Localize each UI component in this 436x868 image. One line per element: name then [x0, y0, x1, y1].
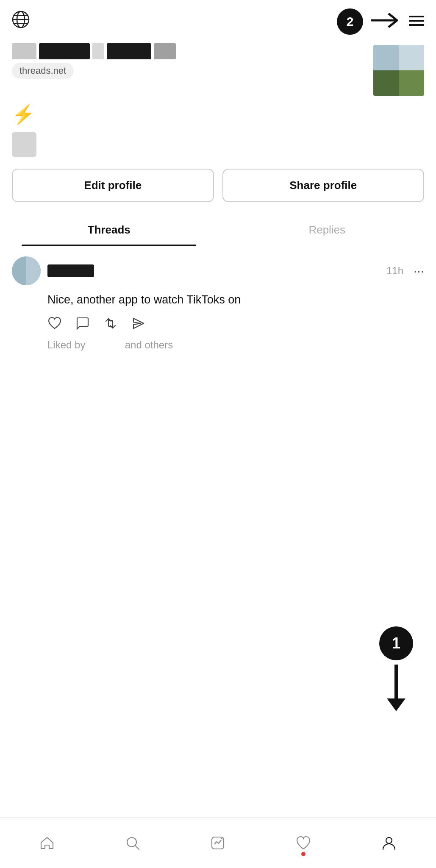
post-avatar — [12, 256, 41, 285]
globe-icon[interactable] — [12, 11, 30, 33]
post-content: Nice, another app to watch TikToks on — [47, 291, 424, 309]
down-arrow-annotation — [387, 665, 405, 711]
username-block-5 — [154, 43, 176, 59]
repost-icon[interactable] — [103, 316, 118, 334]
svg-line-10 — [135, 846, 139, 849]
nav-likes-dot — [301, 852, 305, 856]
profile-header: threads.net — [0, 39, 436, 96]
share-profile-button[interactable]: Share profile — [222, 169, 425, 202]
username-block-2 — [39, 43, 90, 59]
nav-profile[interactable] — [374, 828, 404, 858]
nav-home[interactable] — [32, 828, 62, 858]
edit-profile-button[interactable]: Edit profile — [12, 169, 214, 202]
avatar-q2 — [26, 256, 41, 271]
badge-2: 2 — [337, 8, 363, 35]
tab-threads[interactable]: Threads — [0, 214, 218, 246]
threads-net-badge: threads.net — [12, 63, 74, 79]
like-icon[interactable] — [47, 316, 62, 334]
username-block-4 — [107, 43, 151, 59]
avatar-cell-2 — [399, 45, 424, 70]
post-meta: 11h ··· — [47, 264, 424, 278]
tabs-bar: Threads Replies — [0, 214, 436, 246]
bottom-nav — [0, 817, 436, 868]
profile-avatar — [373, 45, 424, 96]
nav-likes[interactable] — [289, 828, 318, 858]
avatar-cell-3 — [373, 70, 399, 96]
tab-replies[interactable]: Replies — [218, 214, 436, 246]
avatar-q1 — [12, 256, 26, 271]
thread-post: 11h ··· Nice, another app to watch TikTo… — [0, 246, 436, 358]
arrow-right-icon — [371, 10, 401, 33]
avatar-q3 — [12, 271, 26, 285]
post-time: 11h — [386, 265, 403, 277]
nav-activity[interactable] — [203, 828, 233, 858]
username-block-1 — [12, 43, 36, 59]
small-avatar-row — [0, 128, 436, 164]
avatar-cell-1 — [373, 45, 399, 70]
avatar-q4 — [26, 271, 41, 285]
avatar-cell-4 — [399, 70, 424, 96]
username-block-3 — [92, 43, 104, 59]
top-nav-right: 2 — [337, 8, 424, 35]
send-icon[interactable] — [131, 316, 146, 334]
svg-point-12 — [386, 837, 392, 843]
action-buttons: Edit profile Share profile — [0, 164, 436, 214]
down-arrow-head — [387, 698, 405, 711]
down-arrow-line — [394, 665, 398, 698]
lightning-icon: ⚡ — [12, 104, 35, 125]
comment-icon[interactable] — [75, 316, 90, 334]
post-header: 11h ··· — [12, 256, 424, 285]
post-name-block — [47, 264, 94, 277]
top-nav: 2 — [0, 0, 436, 39]
liked-by: Liked by and others — [47, 339, 424, 351]
hamburger-icon[interactable] — [409, 15, 424, 28]
username-blocks — [12, 43, 176, 59]
username-area: threads.net — [12, 43, 176, 79]
small-avatar-box — [12, 132, 36, 157]
annotation-badge-1: 1 — [379, 626, 413, 660]
post-more-button[interactable]: ··· — [409, 264, 424, 278]
lightning-row: ⚡ — [0, 96, 436, 128]
nav-search[interactable] — [118, 828, 147, 858]
post-actions — [47, 316, 424, 334]
